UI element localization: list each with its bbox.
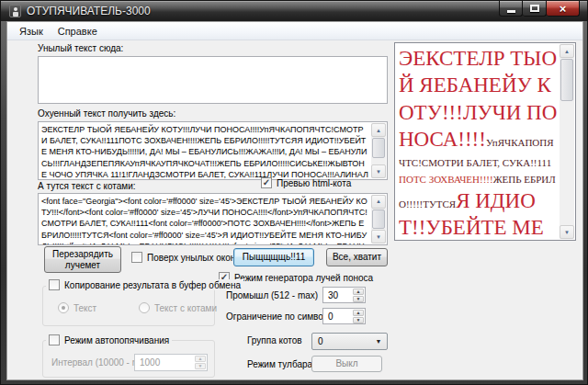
stop-button[interactable]: Все, хватит xyxy=(326,248,388,266)
scrollbar-thumb[interactable] xyxy=(560,59,573,101)
minimize-icon xyxy=(507,10,515,13)
spinner-up-icon[interactable]: ▲ xyxy=(353,289,364,295)
app-icon xyxy=(9,5,21,17)
cats-html-output[interactable]: <font face="Georgia"><font color='#ff000… xyxy=(39,194,371,244)
radio-text-cats[interactable] xyxy=(139,302,150,313)
fire-button[interactable]: Пыщщщщь!!11 xyxy=(233,248,314,266)
interval-spinner-buttons: ▲ ▼ xyxy=(194,355,207,370)
cats-text-label: А тутся текст с котами: xyxy=(38,181,136,191)
scrollbar-up-icon[interactable]: ▲ xyxy=(371,195,386,209)
cats-scrollbar[interactable]: ▲ ▼ xyxy=(371,195,386,243)
cats-group-label: Группа котов xyxy=(247,335,302,345)
scrollbar-down-icon[interactable]: ▼ xyxy=(371,164,386,178)
scrollbar-down-icon[interactable]: ▼ xyxy=(371,230,386,243)
radio-text-label: Текст xyxy=(74,303,96,313)
preview-html-checkbox-label: Превью html-кота xyxy=(277,178,351,188)
dull-text-label: Унылый текст сюда: xyxy=(38,43,123,53)
radio-text-row: Текст xyxy=(58,302,96,313)
flush-spinner-value[interactable]: 30 xyxy=(323,288,352,302)
awesome-scrollbar[interactable]: ▲ ▼ xyxy=(371,123,386,178)
scrollbar-up-icon[interactable]: ▲ xyxy=(371,123,386,137)
charlimit-spinner-buttons: ▲ ▼ xyxy=(352,309,365,323)
preview-scrollbar[interactable]: ▲ ▼ xyxy=(560,44,574,239)
toolbar-mode-label: Режим тулбара xyxy=(247,359,312,369)
always-on-top-label: Поверх унылых окон xyxy=(147,253,235,263)
interval-spinner-value: 1000 xyxy=(135,355,194,370)
menu-item-language[interactable]: Язык xyxy=(12,24,51,39)
preview-segment: ЭЕКСТЕЛР ТЫОЙ ЯЕБАНЕЙУ КОТУ!!!ЛУЧИ ПОНОС… xyxy=(399,47,557,151)
preview-segment: ПОТС ЗОХВАЧЕН!!!! xyxy=(399,174,493,185)
scrollbar-down-icon[interactable]: ▼ xyxy=(560,225,574,239)
ray-generator-label: Режим генератора лучей поноса xyxy=(234,273,373,283)
window-title: ОТУПЯЧИВАТЕЛЬ-3000 xyxy=(27,5,151,17)
clipboard-checkbox-label: Копирование результата в буфер обмена xyxy=(64,280,241,290)
close-icon: × xyxy=(560,2,567,16)
app-window: ОТУПЯЧИВАТЕЛЬ-3000 × Язык Справке Унылый… xyxy=(0,0,588,385)
flush-label: Промышл (512 - max) xyxy=(226,290,318,300)
dull-textarea-frame xyxy=(38,56,388,104)
html-preview-content: ЭЕКСТЕЛР ТЫОЙ ЯЕБАНЕЙУ КОТУ!!!ЛУЧИ ПОНОС… xyxy=(399,45,558,238)
clipboard-checkbox-row: Копирование результата в буфер обмена xyxy=(46,279,243,290)
spinner-down-icon[interactable]: ▼ xyxy=(353,296,364,302)
cats-group-value: 0 xyxy=(312,336,370,346)
close-button[interactable]: × xyxy=(547,1,580,17)
charlimit-spinner: 0 ▲ ▼ xyxy=(322,308,366,324)
awesome-text-output[interactable]: ЭЕКСТЕЛР ТЫОЙ ЯЕБАНЕЙУ КОТУ!!!ЛУЧИ ПОНОС… xyxy=(39,122,371,179)
titlebar[interactable]: ОТУПЯЧИВАТЕЛЬ-3000 × xyxy=(1,1,587,21)
scrollbar-thumb[interactable] xyxy=(372,209,385,230)
flush-spinner: 30 ▲ ▼ xyxy=(322,287,366,303)
minimize-button[interactable] xyxy=(499,1,523,17)
maximize-button[interactable] xyxy=(523,1,547,17)
always-on-top-checkbox-row: Поверх унылых окон xyxy=(131,252,235,263)
html-preview-panel: ЭЕКСТЕЛР ТЫОЙ ЯЕБАНЕЙУ КОТУ!!!ЛУЧИ ПОНОС… xyxy=(394,42,576,241)
auto-mode-checkbox[interactable] xyxy=(49,334,60,345)
maximize-icon xyxy=(530,5,539,12)
spinner-down-icon: ▼ xyxy=(195,363,206,369)
menu-item-help[interactable]: Справке xyxy=(51,24,105,39)
scrollbar-up-icon[interactable]: ▲ xyxy=(560,44,574,58)
window-controls: × xyxy=(499,1,580,17)
radio-text-cats-row: Текст с котами xyxy=(139,302,217,313)
auto-mode-checkbox-row: Режим автопопячивания xyxy=(46,334,172,345)
chevron-down-icon: ▼ xyxy=(370,338,387,345)
radio-text[interactable] xyxy=(58,302,69,313)
cats-group-combobox[interactable]: 0 ▼ xyxy=(311,333,388,350)
always-on-top-checkbox[interactable] xyxy=(131,252,142,263)
clipboard-checkbox[interactable] xyxy=(49,279,60,290)
dull-text-input[interactable] xyxy=(39,57,387,103)
charlimit-spinner-value[interactable]: 0 xyxy=(323,309,352,323)
preview-html-checkbox[interactable]: ✓ xyxy=(261,177,272,188)
menu-bar: Язык Справке xyxy=(7,22,582,40)
preview-html-checkbox-row: ✓ Превью html-кота xyxy=(261,177,351,188)
preview-segment: Я ИДИОТ!!УБЕЙТЕ МЕНЯ КТО–НИБУДЬ!!!!! xyxy=(399,189,555,238)
flush-spinner-buttons: ▲ ▼ xyxy=(352,288,365,302)
radio-text-cats-label: Текст с котами xyxy=(154,303,217,313)
awesome-textarea-frame: ЭЕКСТЕЛР ТЫОЙ ЯЕБАНЕЙУ КОТУ!!!ЛУЧИ ПОНОС… xyxy=(38,121,388,180)
scrollbar-thumb[interactable] xyxy=(372,138,385,158)
awesome-text-label: Охуенный текст получить здесь: xyxy=(38,108,175,119)
spinner-up-icon[interactable]: ▲ xyxy=(353,310,364,316)
toolbar-off-button: Выкл xyxy=(311,356,382,372)
cats-textarea-frame: <font face="Georgia"><font color='#ff000… xyxy=(38,193,388,245)
checkmark-icon: ✓ xyxy=(263,178,270,187)
spinner-up-icon: ▲ xyxy=(195,356,206,362)
interval-spinner: 1000 ▲ ▼ xyxy=(134,354,208,371)
reload-raygun-button[interactable]: Перезарядить лучемет xyxy=(44,246,121,273)
auto-mode-label: Режим автопопячивания xyxy=(64,335,169,345)
spinner-down-icon[interactable]: ▼ xyxy=(353,317,364,323)
